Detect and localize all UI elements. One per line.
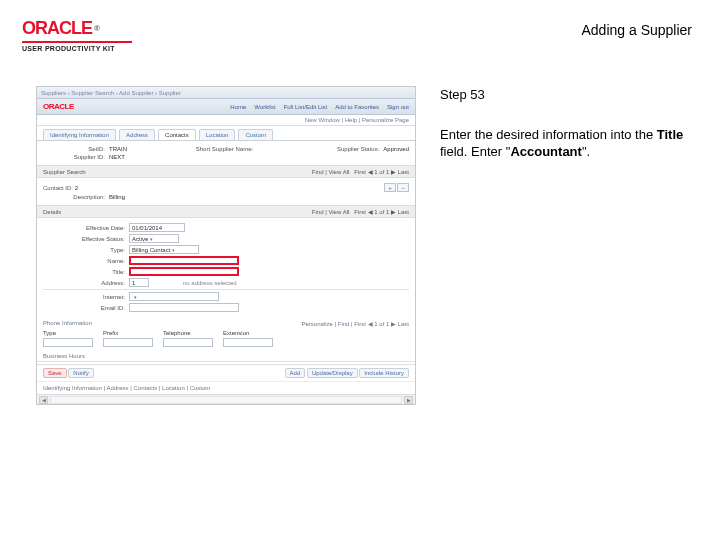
internet-label: Internet: <box>43 294 125 300</box>
save-button[interactable]: Save <box>43 368 67 378</box>
setid-value: TRAIN <box>109 146 127 152</box>
phone-pager[interactable]: First ◀ 1 of 1 ▶ Last <box>354 321 409 327</box>
scroll-right-button[interactable]: ▶ <box>404 396 413 404</box>
status-value: Approved <box>383 146 409 152</box>
nav-link-worklist[interactable]: Worklist <box>254 104 275 110</box>
setid-label: SetID: <box>43 146 105 152</box>
subbar-links[interactable]: New Window | Help | Personalize Page <box>305 117 409 123</box>
instruction-text: Enter the desired information into the T… <box>440 126 702 161</box>
shot-tabs: Identifying Information Address Contacts… <box>37 126 415 141</box>
phone-col-prefix: Prefix <box>103 330 153 336</box>
title-input[interactable] <box>129 267 239 276</box>
phone-col-type: Type <box>43 330 93 336</box>
details-header: Details <box>43 209 61 215</box>
shot-oracle-logo: ORACLE <box>43 102 74 111</box>
phone-prefix-input[interactable] <box>103 338 153 347</box>
embedded-screenshot: Suppliers › Supplier Search › Add Suppli… <box>36 86 416 405</box>
address-input[interactable]: 1 <box>129 278 149 287</box>
add-row-button[interactable]: + <box>384 183 396 192</box>
shot-global-nav: ORACLE Home Worklist Full List/Edit List… <box>37 99 415 115</box>
instr-value: Accountant <box>510 144 582 159</box>
phone-col-telephone: Telephone <box>163 330 213 336</box>
tab-contacts[interactable]: Contacts <box>158 129 196 140</box>
phone-col-extension: Extension <box>223 330 273 336</box>
screenshot-column: Suppliers › Supplier Search › Add Suppli… <box>36 86 416 405</box>
scroll-track[interactable] <box>50 396 402 404</box>
instr-pre: Enter the desired information into the <box>440 127 657 142</box>
include-history-button[interactable]: Include History <box>359 368 409 378</box>
bottom-tab-links[interactable]: Identifying Information | Address | Cont… <box>37 381 415 394</box>
search-header-bar: Supplier Search Find | View All First ◀ … <box>37 165 415 178</box>
registered-mark: ® <box>94 24 99 33</box>
effdate-input[interactable]: 01/01/2014 <box>129 223 185 232</box>
instr-post: field. Enter " <box>440 144 510 159</box>
shot-footer: Save Notify Add Update/Display Include H… <box>37 364 415 381</box>
name-input[interactable] <box>129 256 239 265</box>
step-label: Step 53 <box>440 86 702 104</box>
oracle-logo: ORACLE ® <box>22 18 132 39</box>
status-label: Supplier Status: <box>317 146 379 152</box>
phone-extension-input[interactable] <box>223 338 273 347</box>
search-pager[interactable]: First ◀ 1 of 1 ▶ Last <box>354 169 409 175</box>
delete-row-button[interactable]: − <box>397 183 409 192</box>
phone-header-row: Phone Information Personalize | Find | F… <box>37 317 415 327</box>
search-section: Contact ID: 2 + − Description: Billing <box>37 178 415 205</box>
nav-link-home[interactable]: Home <box>230 104 246 110</box>
tab-custom[interactable]: Custom <box>238 129 273 140</box>
address-label: Address: <box>43 280 125 286</box>
description-label: Description: <box>43 194 105 200</box>
search-find[interactable]: Find | View All <box>312 169 349 175</box>
add-button[interactable]: Add <box>285 368 306 378</box>
ident-section: SetID: TRAIN Short Supplier Name: Suppli… <box>37 141 415 165</box>
no-address-text: no address selected <box>183 280 237 286</box>
main-columns: Suppliers › Supplier Search › Add Suppli… <box>0 56 720 405</box>
internet-select[interactable] <box>129 292 219 301</box>
nav-link-signout[interactable]: Sign out <box>387 104 409 110</box>
emailid-label: Email ID: <box>43 305 125 311</box>
phone-type-input[interactable] <box>43 338 93 347</box>
nav-link-favorites[interactable]: Add to Favorites <box>335 104 379 110</box>
emailid-input[interactable] <box>129 303 239 312</box>
upk-label: USER PRODUCTIVITY KIT <box>22 45 132 52</box>
suppid-label: Supplier ID: <box>43 154 105 160</box>
details-section: Effective Date: 01/01/2014 Effective Sta… <box>37 218 415 317</box>
phone-row <box>43 338 409 347</box>
title-label: Title: <box>43 269 125 275</box>
phone-find[interactable]: Personalize | Find | <box>302 321 355 327</box>
instruction-column: Step 53 Enter the desired information in… <box>440 86 702 405</box>
instr-field-name: Title <box>657 127 684 142</box>
horizontal-scrollbar[interactable]: ◀ ▶ <box>37 394 415 404</box>
tab-location[interactable]: Location <box>199 129 236 140</box>
phone-columns: Type Prefix Telephone Extension <box>43 330 409 336</box>
details-divider <box>43 289 409 290</box>
oracle-logo-text: ORACLE <box>22 18 92 39</box>
details-pager[interactable]: First ◀ 1 of 1 ▶ Last <box>354 209 409 215</box>
notify-button[interactable]: Notify <box>68 368 93 378</box>
brand-block: ORACLE ® USER PRODUCTIVITY KIT <box>22 18 132 52</box>
tab-identifying[interactable]: Identifying Information <box>43 129 116 140</box>
shortname-label: Short Supplier Name: <box>191 146 253 152</box>
business-hours-header: Business Hours <box>37 350 415 359</box>
shot-breadcrumb-bar: Suppliers › Supplier Search › Add Suppli… <box>37 87 415 99</box>
phone-telephone-input[interactable] <box>163 338 213 347</box>
update-display-button[interactable]: Update/Display <box>307 368 358 378</box>
brand-divider <box>22 41 132 43</box>
search-header: Supplier Search <box>43 169 86 175</box>
phone-block: Type Prefix Telephone Extension <box>37 327 415 350</box>
details-header-bar: Details Find | View All First ◀ 1 of 1 ▶… <box>37 205 415 218</box>
name-label: Name: <box>43 258 125 264</box>
tab-address[interactable]: Address <box>119 129 155 140</box>
effstatus-select[interactable]: Active <box>129 234 179 243</box>
business-divider <box>37 361 415 362</box>
shot-nav-links: Home Worklist Full List/Edit List Add to… <box>230 104 409 110</box>
effdate-label: Effective Date: <box>43 225 125 231</box>
scroll-left-button[interactable]: ◀ <box>39 396 48 404</box>
instr-end: ". <box>582 144 590 159</box>
contactid-label: Contact ID: <box>43 185 73 191</box>
details-find[interactable]: Find | View All <box>312 209 349 215</box>
effstatus-label: Effective Status: <box>43 236 125 242</box>
nav-link-fulllist[interactable]: Full List/Edit List <box>284 104 328 110</box>
suppid-value: NEXT <box>109 154 125 160</box>
type-select[interactable]: Billing Contact <box>129 245 199 254</box>
contactid-value: 2 <box>75 185 78 191</box>
